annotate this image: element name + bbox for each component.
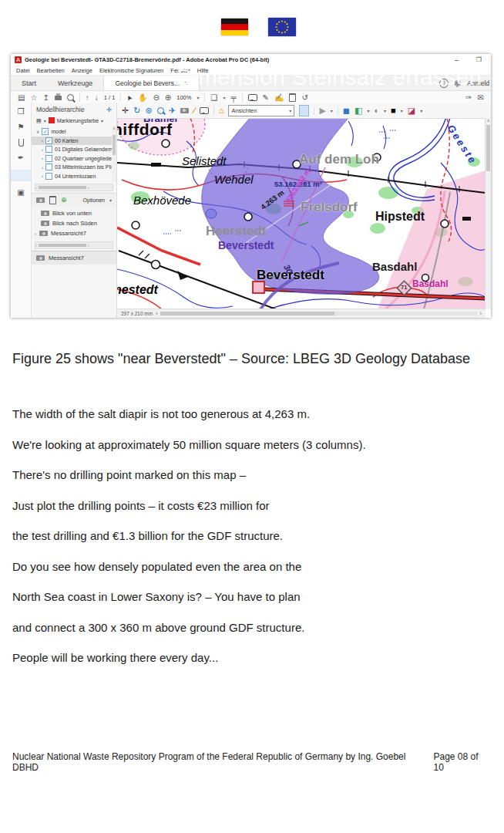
- tree-checkbox[interactable]: [45, 146, 52, 153]
- background-caret-icon[interactable]: ▾: [401, 108, 403, 113]
- active-view-row[interactable]: Messansicht7: [32, 251, 116, 265]
- cross-section-caret-icon[interactable]: ▾: [420, 108, 422, 113]
- tree-horizontal-scrollbar[interactable]: ‹›: [35, 184, 113, 191]
- pan-tool-icon[interactable]: ✛: [122, 106, 129, 115]
- marking-color-swatch[interactable]: [49, 117, 55, 123]
- tab-werkzeuge[interactable]: Werkzeuge: [47, 76, 103, 90]
- tree-item-model[interactable]: ∨ ✓ model: [32, 127, 115, 137]
- page-indicator[interactable]: 1 / 1: [104, 94, 116, 101]
- tree-collapse-icon[interactable]: ›: [42, 156, 43, 160]
- layers-icon[interactable]: ▣: [17, 189, 24, 197]
- rotate-tool-icon[interactable]: ↻: [133, 106, 140, 115]
- tree-item-01-dgm[interactable]: › 01 Digitales Gelaendemodell: [32, 145, 115, 154]
- tree-item-02-quartaer[interactable]: › 02 Quartaer ungegliedert: [32, 154, 115, 164]
- tree-item-00-karten[interactable]: › ✓ 00 Karten: [32, 137, 115, 146]
- select-tool-icon[interactable]: ➤: [125, 93, 134, 102]
- star-icon[interactable]: ☆: [30, 94, 37, 102]
- view-item-messansicht7[interactable]: › Messansicht7: [32, 228, 116, 238]
- trash-icon[interactable]: [289, 93, 296, 102]
- map-vertical-scrollbar[interactable]: ∧: [485, 118, 491, 309]
- play-caret-icon[interactable]: ▾: [331, 108, 333, 113]
- tree-checkbox[interactable]: [45, 164, 52, 170]
- delete-view-icon[interactable]: [49, 196, 56, 204]
- tree-scrollbar[interactable]: ∧: [112, 126, 116, 182]
- tree-checkbox-checked[interactable]: ✓: [45, 137, 52, 144]
- save-icon[interactable]: ▤: [18, 94, 25, 102]
- scroll-right-icon[interactable]: ›: [480, 311, 482, 316]
- previous-page-icon[interactable]: ↑: [86, 94, 89, 102]
- tree-item-04-untermiozaen[interactable]: › 04 Untermiozaen: [32, 172, 115, 181]
- add-view-icon[interactable]: ⊕: [61, 197, 67, 204]
- options-label[interactable]: Optionen: [83, 197, 105, 203]
- minimize-button[interactable]: –: [455, 54, 459, 66]
- bookmarks-icon[interactable]: ⚑: [18, 123, 25, 131]
- marking-color-label[interactable]: Markierungsfarbe: [57, 118, 99, 123]
- map-horizontal-scrollbar[interactable]: [160, 312, 476, 315]
- spin-tool-icon[interactable]: ⊛: [145, 106, 152, 115]
- marking-color-caret-icon[interactable]: ▾: [101, 118, 103, 123]
- zoom-level[interactable]: 100%: [176, 94, 191, 101]
- default-view-home-icon[interactable]: ⌂: [219, 106, 224, 115]
- tree-checkbox[interactable]: [45, 155, 52, 162]
- panel-list-caret-icon[interactable]: ▾: [44, 118, 46, 123]
- pencil-icon[interactable]: ✎: [263, 94, 269, 102]
- panel-list-icon[interactable]: ▤: [36, 118, 42, 123]
- lighting-caret-icon[interactable]: ▾: [384, 108, 386, 113]
- scroll-left-icon[interactable]: ‹: [156, 311, 157, 316]
- send-for-signature-icon[interactable]: ✑: [465, 94, 472, 102]
- view-expand-icon[interactable]: ›: [35, 231, 36, 236]
- print-icon[interactable]: [55, 96, 62, 100]
- comment-icon[interactable]: [248, 94, 257, 101]
- panel-3d-nav-icon[interactable]: ✛: [106, 106, 112, 113]
- fit-page-icon[interactable]: ❑: [210, 94, 217, 102]
- zoom-out-icon[interactable]: ⊖: [153, 94, 159, 102]
- undo-icon[interactable]: ↺: [301, 94, 307, 102]
- play-animation-icon[interactable]: ▶: [319, 106, 325, 115]
- hand-tool-icon[interactable]: ✋: [138, 94, 147, 102]
- background-color-icon[interactable]: ■: [391, 106, 396, 115]
- zoom-in-icon[interactable]: ⊕: [165, 94, 171, 102]
- fill-sign-icon[interactable]: ✍: [274, 94, 284, 102]
- menu-anzeige[interactable]: Anzeige: [72, 67, 92, 74]
- projection-cube-icon[interactable]: ◼: [343, 106, 350, 115]
- 3d-map-canvas[interactable]: Bramel hiffdorf Selistedt Wehdel Geeste …: [117, 118, 486, 309]
- menu-bearbeiten[interactable]: Bearbeiten: [37, 67, 65, 74]
- view-item-blick-nach-sueden[interactable]: Blick nach Süden: [32, 218, 116, 228]
- search-icon[interactable]: [67, 94, 74, 101]
- cross-section-icon[interactable]: ◪: [408, 106, 415, 115]
- tree-collapse-icon[interactable]: ›: [42, 165, 43, 170]
- views-horizontal-scrollbar[interactable]: ‹›: [35, 241, 113, 249]
- view-item-blick-von-unten[interactable]: Blick von unten: [32, 208, 116, 218]
- fly-tool-icon[interactable]: ✈: [169, 106, 176, 115]
- views-dropdown[interactable]: Ansichten ▾: [228, 105, 294, 116]
- zoom-tool-icon[interactable]: [157, 107, 164, 114]
- tree-collapse-icon[interactable]: ›: [42, 147, 43, 152]
- tree-checkbox-checked[interactable]: ✓: [42, 128, 49, 135]
- render-mode-caret-icon[interactable]: ▾: [367, 108, 369, 113]
- tree-checkbox[interactable]: [45, 173, 52, 180]
- signatures-icon[interactable]: ✒: [18, 154, 24, 162]
- lighting-icon[interactable]: ◐: [374, 106, 379, 115]
- email-icon[interactable]: ✉: [478, 94, 484, 102]
- snapshot-camera-icon[interactable]: [180, 108, 189, 113]
- scroll-mode-icon[interactable]: ╤: [230, 94, 236, 102]
- menu-signaturen[interactable]: Elektronische Signaturen: [99, 67, 163, 74]
- model-tree-toggle-icon[interactable]: [299, 105, 309, 116]
- zoom-caret-icon[interactable]: ▾: [197, 95, 199, 100]
- measure-tool-icon[interactable]: ∕: [193, 106, 195, 115]
- tree-collapse-icon[interactable]: ›: [42, 138, 43, 143]
- menu-datei[interactable]: Datei: [16, 67, 30, 74]
- tree-item-03-mittelmiozaen[interactable]: › 03 Mittelmiozaen bis Pliozae: [32, 163, 115, 172]
- options-caret-icon[interactable]: ▾: [109, 197, 112, 203]
- camera-view-icon[interactable]: [36, 197, 45, 203]
- page-thumbnails-icon[interactable]: ❐: [18, 108, 25, 116]
- tree-expand-icon[interactable]: ∨: [36, 129, 39, 134]
- 3d-comment-icon[interactable]: [200, 107, 209, 114]
- render-mode-icon[interactable]: ◧: [354, 106, 362, 115]
- tree-collapse-icon[interactable]: ›: [42, 174, 43, 178]
- tab-start[interactable]: Start: [11, 76, 47, 90]
- share-upload-icon[interactable]: ↥: [42, 94, 49, 102]
- next-page-icon[interactable]: ↓: [95, 94, 99, 102]
- attachments-icon[interactable]: [18, 139, 24, 147]
- fit-caret-icon[interactable]: ▾: [223, 95, 225, 100]
